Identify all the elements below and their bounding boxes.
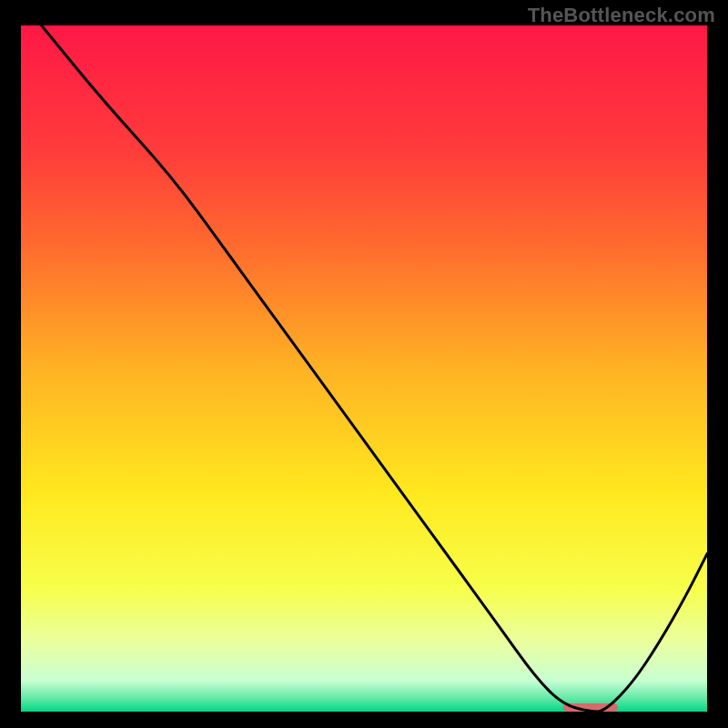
chart-stage: TheBottleneck.com xyxy=(0,0,728,728)
chart-svg xyxy=(21,25,707,712)
plot-area xyxy=(21,25,707,712)
chart-background xyxy=(21,25,707,712)
watermark-text: TheBottleneck.com xyxy=(528,4,715,27)
